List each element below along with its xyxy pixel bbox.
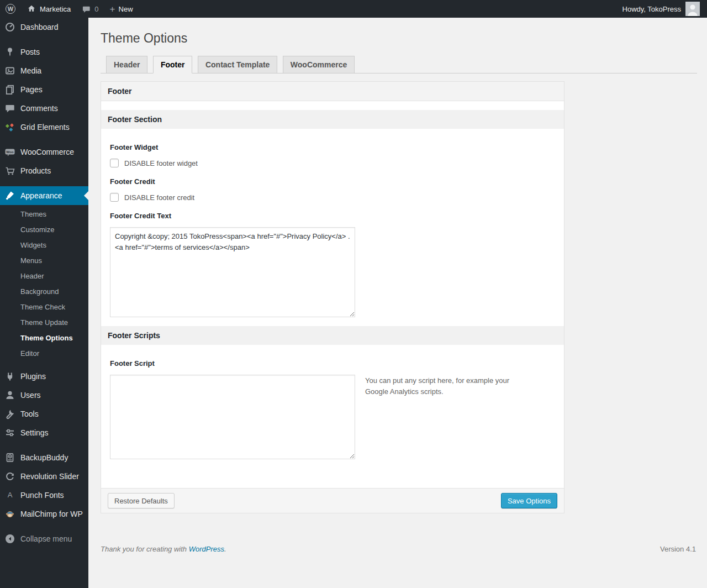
admin-bar-right: Howdy, TokoPress [622, 0, 707, 18]
new-content-button[interactable]: + New [104, 0, 139, 18]
footer-script-textarea[interactable] [110, 375, 355, 459]
pages-icon [4, 84, 15, 95]
thanks-suffix: . [224, 545, 226, 553]
svg-text:Woo: Woo [6, 150, 14, 154]
sidebar-item-punch-fonts[interactable]: A Punch Fonts [0, 486, 88, 505]
tab-footer[interactable]: Footer [153, 56, 193, 74]
admin-bar: W Marketica 0 + New Howdy, TokoPress [0, 0, 707, 18]
collapse-menu-button[interactable]: Collapse menu [0, 529, 88, 548]
sidebar-item-products[interactable]: Products [0, 161, 88, 180]
sidebar-item-label: Posts [20, 46, 40, 57]
footer-credit-label: Footer Credit [110, 177, 555, 186]
disable-footer-credit-row[interactable]: DISABLE footer credit [110, 193, 555, 202]
sidebar-item-label: WooCommerce [20, 146, 74, 158]
sidebar-item-tools[interactable]: Tools [0, 405, 88, 423]
submenu-item-theme-check[interactable]: Theme Check [0, 300, 88, 315]
sidebar-item-label: Revolution Slider [20, 471, 79, 482]
submenu-item-editor[interactable]: Editor [0, 346, 88, 361]
sidebar-item-backupbuddy[interactable]: BackupBuddy [0, 448, 88, 467]
panel-title: Footer [101, 82, 564, 101]
footer-credit-text-textarea[interactable]: Copyright &copy; 2015 TokoPress<span><a … [110, 227, 355, 317]
tab-header[interactable]: Header [106, 56, 147, 74]
backup-drive-icon [4, 452, 15, 463]
tab-contact-template[interactable]: Contact Template [198, 56, 277, 74]
disable-footer-widget-row[interactable]: DISABLE footer widget [110, 159, 555, 167]
sidebar-item-label: Products [20, 165, 51, 176]
sidebar-item-label: Comments [20, 103, 58, 114]
grid-elements-icon [4, 122, 15, 133]
sidebar-item-grid-elements[interactable]: Grid Elements [0, 118, 88, 136]
footer-section-body: Footer Widget DISABLE footer widget Foot… [101, 129, 564, 326]
sidebar-item-comments[interactable]: Comments [0, 99, 88, 118]
disable-footer-widget-checkbox[interactable] [110, 159, 119, 167]
mailchimp-monkey-icon [4, 508, 15, 519]
home-icon [27, 4, 36, 14]
disable-footer-widget-label: DISABLE footer widget [124, 159, 198, 167]
sidebar-item-label: BackupBuddy [20, 452, 68, 463]
sidebar-item-dashboard[interactable]: Dashboard [0, 18, 88, 36]
wrench-icon [4, 408, 15, 419]
comment-bubble-icon [82, 4, 91, 14]
submenu-item-background[interactable]: Background [0, 284, 88, 300]
howdy-account-link[interactable]: Howdy, TokoPress [622, 5, 681, 13]
sidebar-item-posts[interactable]: Posts [0, 43, 88, 61]
submenu-item-theme-update[interactable]: Theme Update [0, 315, 88, 330]
submenu-item-customize[interactable]: Customize [0, 222, 88, 238]
sidebar-item-pages[interactable]: Pages [0, 80, 88, 99]
submenu-item-themes[interactable]: Themes [0, 207, 88, 222]
sidebar-item-revolution-slider[interactable]: Revolution Slider [0, 467, 88, 486]
avatar[interactable] [685, 2, 700, 16]
tab-bar: Header Footer Contact Template WooCommer… [101, 56, 697, 74]
page-title: Theme Options [101, 30, 697, 46]
sidebar-item-label: Media [20, 65, 41, 76]
submenu-item-widgets[interactable]: Widgets [0, 238, 88, 253]
footer-section-header: Footer Section [101, 110, 564, 129]
submenu-item-menus[interactable]: Menus [0, 253, 88, 269]
footer-script-help-text: You can put any script here, for example… [365, 375, 532, 397]
submenu-item-theme-options[interactable]: Theme Options [0, 330, 88, 346]
site-name-link[interactable]: Marketica [21, 0, 76, 18]
sidebar-item-label: Punch Fonts [20, 490, 64, 501]
sidebar-item-settings[interactable]: Settings [0, 423, 88, 442]
comments-icon [4, 103, 15, 114]
panel-spacer [101, 101, 564, 110]
sidebar-item-label: Users [20, 390, 41, 401]
wordpress-logo-icon: W [6, 4, 15, 14]
disable-footer-credit-label: DISABLE footer credit [124, 193, 194, 202]
sidebar-item-media[interactable]: Media [0, 61, 88, 80]
sidebar-item-label: Settings [20, 427, 49, 438]
restore-defaults-button[interactable]: Restore Defaults [108, 493, 175, 508]
media-icon [4, 65, 15, 76]
version-label: Version 4.1 [660, 545, 696, 553]
tab-woocommerce[interactable]: WooCommerce [283, 56, 355, 74]
site-name-label: Marketica [40, 5, 71, 13]
save-options-button[interactable]: Save Options [501, 493, 557, 508]
sidebar-item-label: MailChimp for WP [20, 508, 83, 519]
new-label: New [119, 5, 133, 13]
sidebar-item-label: Dashboard [20, 22, 59, 33]
wordpress-link[interactable]: WordPress [189, 545, 224, 553]
admin-footer: Thank you for creating with WordPress. V… [101, 545, 696, 553]
avatar-person-icon [685, 2, 700, 16]
main-content: Theme Options Header Footer Contact Temp… [88, 18, 707, 588]
submenu-item-header[interactable]: Header [0, 269, 88, 284]
paintbrush-icon [4, 190, 15, 201]
comments-admin-link[interactable]: 0 [76, 0, 104, 18]
footer-scripts-header: Footer Scripts [101, 326, 564, 345]
admin-bar-left: W Marketica 0 + New [0, 0, 139, 18]
sidebar-item-woocommerce[interactable]: Woo WooCommerce [0, 143, 88, 161]
disable-footer-credit-checkbox[interactable] [110, 193, 119, 202]
appearance-submenu: Themes Customize Widgets Menus Header Ba… [0, 205, 88, 367]
cart-icon [4, 165, 15, 176]
sidebar-item-plugins[interactable]: Plugins [0, 367, 88, 386]
sidebar-item-label: Grid Elements [20, 122, 70, 133]
sidebar-item-appearance[interactable]: Appearance [0, 186, 88, 205]
theme-options-panel: Footer Footer Section Footer Widget DISA… [101, 81, 564, 513]
footer-widget-label: Footer Widget [110, 143, 555, 151]
footer-scripts-body: Footer Script You can put any script her… [101, 345, 564, 488]
plugin-icon [4, 371, 15, 382]
sidebar-item-users[interactable]: Users [0, 386, 88, 405]
sidebar-item-mailchimp[interactable]: MailChimp for WP [0, 505, 88, 523]
sidebar-item-label: Tools [20, 408, 39, 419]
wordpress-logo-menu[interactable]: W [0, 0, 21, 18]
